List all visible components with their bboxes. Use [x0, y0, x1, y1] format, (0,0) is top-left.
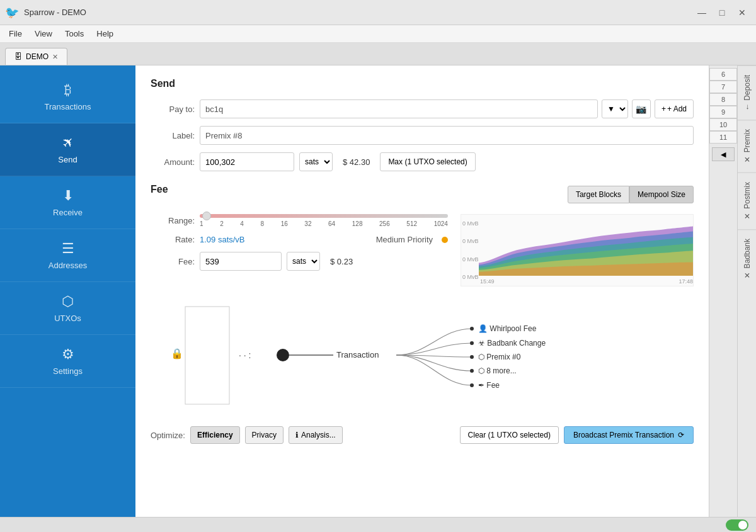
toggle-switch[interactable] — [726, 519, 748, 531]
range-thumb[interactable] — [202, 212, 211, 220]
receive-icon: ⬇ — [62, 188, 74, 204]
optimize-row: Optimize: Efficiency Privacy ℹ Analysis.… — [151, 426, 694, 444]
send-title: Send — [151, 78, 694, 89]
optimize-label: Optimize: — [151, 431, 185, 440]
mempool-chart: 0 MvB 0 MvB 0 MvB 0 MvB — [461, 214, 694, 286]
plus-icon: + — [662, 105, 666, 113]
pay-to-input[interactable] — [200, 99, 598, 118]
amount-input[interactable] — [200, 152, 294, 171]
rate-label: Rate: — [151, 235, 195, 244]
max-button[interactable]: Max (1 UTXO selected) — [380, 152, 475, 171]
range-label: Range: — [151, 216, 195, 225]
vert-tab-badbank[interactable]: ✕ Badbank — [738, 229, 756, 288]
broadcast-button[interactable]: Broadcast Premix Transaction ⟳ — [564, 426, 694, 444]
panel-num-6[interactable]: 6 — [709, 68, 737, 81]
address-input-group: ▼ 📷 + + Add — [200, 99, 694, 118]
settings-icon: ⚙ — [62, 346, 74, 363]
fee-left-panel: Range: 1 2 4 8 16 32 — [151, 214, 448, 286]
sidebar-item-receive[interactable]: ⬇ Receive — [0, 176, 135, 229]
info-icon: ℹ — [295, 431, 299, 439]
svg-rect-0 — [185, 307, 229, 404]
fee-mode-group: Target Blocks Mempool Size — [568, 186, 694, 203]
status-bar — [0, 517, 756, 532]
panel-num-7[interactable]: 7 — [709, 81, 737, 93]
range-labels: 1 2 4 8 16 32 64 128 256 512 1024 — [200, 220, 448, 227]
menu-bar: File View Tools Help — [0, 25, 756, 43]
circle-node — [277, 349, 289, 361]
amount-row: Amount: sats $ 42.30 Max (1 UTXO selecte… — [151, 152, 694, 171]
sidebar-label-settings: Settings — [53, 366, 83, 376]
svg-text:· · :: · · : — [239, 350, 251, 360]
badbank-icon: ✕ — [743, 271, 752, 280]
tab-close-button[interactable]: ✕ — [52, 53, 58, 61]
minimize-button[interactable]: — — [693, 4, 711, 21]
diagram-svg: 🔒 · · : Transaction — [151, 294, 694, 420]
panel-num-8[interactable]: 8 — [709, 93, 737, 106]
svg-point-6 — [470, 369, 474, 373]
menu-help[interactable]: Help — [90, 26, 120, 41]
mempool-size-btn[interactable]: Mempool Size — [629, 186, 694, 203]
tx-diagram: 🔒 · · : Transaction — [151, 294, 694, 420]
vert-tab-deposit[interactable]: ← Deposit — [738, 65, 756, 120]
fee-title: Fee — [151, 184, 168, 195]
range-slider: 1 2 4 8 16 32 64 128 256 512 1024 — [200, 214, 448, 227]
addresses-icon: ☰ — [62, 241, 74, 257]
toggle-thumb — [738, 521, 747, 529]
svg-point-4 — [470, 341, 474, 345]
panel-num-10[interactable]: 10 — [709, 118, 737, 131]
svg-point-5 — [470, 355, 474, 359]
priority-label: Medium Priority — [376, 235, 433, 244]
tx-label-text: Transaction — [336, 350, 379, 359]
svg-text:⬡ 8 more...: ⬡ 8 more... — [478, 366, 517, 375]
close-button[interactable]: ✕ — [733, 4, 751, 21]
postmix-icon: ✕ — [743, 212, 752, 220]
sidebar-item-send[interactable]: ✈ Send — [0, 123, 135, 176]
vert-tab-postmix[interactable]: ✕ Postmix — [738, 173, 756, 229]
chart-x-labels: 15:49 17:48 — [480, 278, 693, 285]
add-button[interactable]: + + Add — [655, 99, 694, 118]
amount-usd: $ 42.30 — [338, 157, 375, 167]
sidebar: ₿ Transactions ✈ Send ⬇ Receive ☰ Addres… — [0, 65, 135, 517]
target-blocks-btn[interactable]: Target Blocks — [568, 186, 629, 203]
menu-file[interactable]: File — [3, 26, 28, 41]
title-bar: 🐦 Sparrow - DEMO — □ ✕ — [0, 0, 756, 25]
fee-header: Fee Target Blocks Mempool Size — [151, 184, 694, 205]
fee-input[interactable] — [200, 252, 282, 271]
efficiency-button[interactable]: Efficiency — [190, 426, 240, 444]
sidebar-label-addresses: Addresses — [49, 261, 87, 270]
sidebar-item-transactions[interactable]: ₿ Transactions — [0, 71, 135, 123]
fee-section: Fee Target Blocks Mempool Size Range: — [151, 184, 694, 286]
tab-demo[interactable]: 🗄 DEMO ✕ — [5, 48, 67, 65]
label-input[interactable] — [200, 126, 694, 145]
unit-select[interactable]: sats — [299, 152, 333, 171]
panel-num-11[interactable]: 11 — [709, 131, 737, 144]
tab-label: DEMO — [26, 52, 49, 61]
privacy-button[interactable]: Privacy — [245, 426, 284, 444]
panel-arrow-button[interactable]: ◀ — [712, 147, 735, 161]
address-type-select[interactable]: ▼ — [602, 99, 628, 118]
svg-text:⬡ Premix #0: ⬡ Premix #0 — [478, 353, 521, 361]
sidebar-item-addresses[interactable]: ☰ Addresses — [0, 229, 135, 282]
camera-button[interactable]: 📷 — [632, 99, 651, 118]
sidebar-label-send: Send — [58, 155, 77, 164]
menu-tools[interactable]: Tools — [59, 26, 90, 41]
sidebar-label-receive: Receive — [53, 208, 83, 217]
app-icon: 🐦 — [5, 6, 19, 20]
analysis-button[interactable]: ℹ Analysis... — [289, 426, 343, 444]
priority-dot — [442, 237, 448, 243]
fee-main-area: Range: 1 2 4 8 16 32 — [151, 214, 694, 286]
tab-icon: 🗄 — [14, 52, 22, 61]
main-layout: ₿ Transactions ✈ Send ⬇ Receive ☰ Addres… — [0, 65, 756, 517]
fee-unit-select[interactable]: sats — [287, 252, 320, 271]
svg-text:☣ Badbank Change: ☣ Badbank Change — [478, 339, 546, 348]
clear-button[interactable]: Clear (1 UTXO selected) — [460, 426, 559, 444]
range-track[interactable] — [200, 214, 448, 218]
svg-point-3 — [470, 327, 474, 331]
sidebar-item-utxos[interactable]: ⬡ UTXOs — [0, 282, 135, 335]
panel-num-9[interactable]: 9 — [709, 106, 737, 118]
vert-tab-premix[interactable]: ✕ Premix — [738, 120, 756, 173]
menu-view[interactable]: View — [28, 26, 59, 41]
sidebar-item-settings[interactable]: ⚙ Settings — [0, 335, 135, 388]
maximize-button[interactable]: □ — [713, 4, 731, 21]
chart-x-end: 17:48 — [679, 278, 693, 285]
